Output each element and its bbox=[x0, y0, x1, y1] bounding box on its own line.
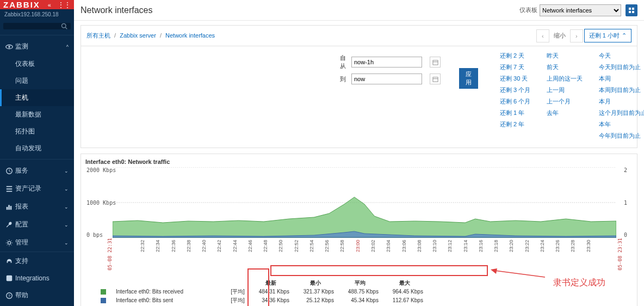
preset-link[interactable]: 还剩 7 天 bbox=[500, 63, 530, 71]
yr-tick: 2 bbox=[624, 167, 627, 173]
preset-link[interactable]: 上周的这一天 bbox=[547, 75, 583, 83]
sidebar-integrations[interactable]: Integrations bbox=[0, 270, 74, 286]
chevron-down-icon: ⌄ bbox=[64, 168, 69, 174]
calendar-icon[interactable] bbox=[430, 57, 441, 68]
sidebar-header: ZABBIX « ⋮⋮ bbox=[0, 0, 74, 9]
sidebar-cat-admin[interactable]: 管理⌄ bbox=[0, 234, 74, 252]
preset-link[interactable]: 今天到目前为止 bbox=[599, 63, 644, 71]
search-icon bbox=[61, 23, 67, 29]
sidebar-item-maps[interactable]: 拓扑图 bbox=[0, 123, 74, 140]
preset-link[interactable]: 本周 bbox=[599, 75, 644, 83]
svg-rect-15 bbox=[629, 11, 631, 13]
x-tick: 23:06 bbox=[401, 238, 417, 254]
annotation-box bbox=[270, 265, 488, 276]
x-tick: 23:14 bbox=[463, 238, 478, 254]
x-tick: 22:50 bbox=[278, 238, 293, 254]
sidebar-item-hosts[interactable]: 主机 bbox=[0, 89, 74, 106]
svg-rect-9 bbox=[7, 276, 13, 281]
apply-button[interactable]: 应用 bbox=[459, 68, 478, 89]
zoomout-button[interactable]: 缩小 bbox=[554, 32, 566, 40]
preset-link[interactable]: 上一周 bbox=[547, 86, 583, 94]
svg-line-1 bbox=[65, 27, 67, 29]
crumb-host[interactable]: Zabbix server bbox=[120, 32, 156, 39]
preset-link[interactable]: 还剩 30 天 bbox=[500, 75, 530, 83]
calendar-icon[interactable] bbox=[430, 74, 441, 84]
x-tick: 23:12 bbox=[447, 238, 462, 254]
sidebar-cat-asset[interactable]: 资产记录⌄ bbox=[0, 180, 74, 198]
x-tick: 23:08 bbox=[417, 238, 432, 254]
chevron-down-icon: ⌄ bbox=[64, 204, 69, 210]
breadcrumb-row: 所有主机 / Zabbix server / Network interface… bbox=[81, 25, 637, 46]
time-filter: 自从 到 应用 还剩 2 天还剩 7 天还剩 30 天还剩 3 个月还剩 6 个… bbox=[81, 46, 637, 148]
sidebar-cat-service[interactable]: 服务⌄ bbox=[0, 162, 74, 180]
crumb-screen[interactable]: Network interfaces bbox=[165, 32, 215, 39]
preset-link[interactable]: 前天 bbox=[547, 63, 583, 71]
preset-link[interactable]: 昨天 bbox=[547, 52, 583, 60]
sidebar-item-latest[interactable]: 最新数据 bbox=[0, 106, 74, 123]
time-range-button[interactable]: 还剩 1 小时 ⌃ bbox=[584, 29, 631, 42]
preset-link[interactable]: 今天 bbox=[599, 52, 644, 60]
date-left: 05-08 22:31 bbox=[107, 238, 113, 271]
dashboard-select[interactable]: Network interfaces bbox=[540, 4, 621, 16]
x-tick: 23:20 bbox=[509, 238, 524, 254]
preset-link[interactable]: 还剩 1 年 bbox=[500, 109, 530, 117]
crumb-allhosts[interactable]: 所有主机 bbox=[86, 32, 110, 39]
preset-link[interactable]: 这个月到目前为止 bbox=[599, 109, 644, 117]
sidebar-cat-report[interactable]: 报表⌄ bbox=[0, 198, 74, 216]
x-tick: 23:28 bbox=[570, 238, 585, 254]
menu-icon[interactable]: ⋮⋮ bbox=[58, 1, 71, 9]
graph-title: Interface eth0: Network traffic bbox=[85, 158, 633, 165]
preset-link[interactable]: 去年 bbox=[547, 109, 583, 117]
sidebar-item-discovery[interactable]: 自动发现 bbox=[0, 140, 74, 157]
page-title: Network interfaces bbox=[81, 5, 519, 15]
chevron-up-icon: ⌃ bbox=[622, 32, 627, 39]
y-tick: 1000 Kbps bbox=[86, 200, 116, 206]
graph-panel: Interface eth0: Network traffic 2000 Kbp… bbox=[81, 154, 637, 306]
x-tick: 22:46 bbox=[247, 238, 263, 254]
preset-link[interactable]: 还剩 6 个月 bbox=[500, 97, 530, 106]
preset-link[interactable]: 还剩 2 年 bbox=[500, 120, 530, 128]
x-tick: 23:02 bbox=[370, 238, 386, 254]
chevron-down-icon: ⌄ bbox=[64, 186, 69, 192]
clock-icon bbox=[5, 167, 15, 175]
nav-prev-button[interactable]: ‹ bbox=[536, 29, 549, 42]
preset-link[interactable]: 本年 bbox=[599, 120, 644, 128]
x-tick: 23:00 bbox=[355, 238, 370, 254]
x-tick: 23:30 bbox=[586, 238, 601, 254]
svg-rect-14 bbox=[632, 8, 634, 10]
fullscreen-button[interactable] bbox=[626, 4, 637, 16]
from-input[interactable] bbox=[351, 57, 422, 68]
nav-next-button[interactable]: › bbox=[570, 29, 583, 42]
preset-link[interactable]: 本周到目前为止 bbox=[599, 86, 644, 94]
x-tick: 23:18 bbox=[493, 238, 509, 254]
sidebar-cat-monitor[interactable]: 监测 ^ bbox=[0, 38, 74, 56]
sidebar-item-problems[interactable]: 问题 bbox=[0, 72, 74, 89]
breadcrumb: 所有主机 / Zabbix server / Network interface… bbox=[86, 32, 215, 40]
sidebar-help[interactable]: ?帮助 bbox=[0, 286, 74, 304]
preset-link[interactable]: 本月 bbox=[599, 97, 644, 106]
svg-rect-6 bbox=[8, 205, 10, 210]
date-right: 05-08 23:31 bbox=[617, 238, 623, 271]
collapse-icon[interactable]: « bbox=[48, 2, 50, 8]
svg-rect-7 bbox=[10, 206, 12, 210]
to-input[interactable] bbox=[351, 74, 422, 84]
preset-link[interactable]: 还剩 3 个月 bbox=[500, 86, 530, 94]
help-icon: ? bbox=[5, 292, 15, 299]
x-tick: 22:40 bbox=[201, 238, 216, 254]
search-input[interactable] bbox=[3, 23, 71, 29]
svg-rect-17 bbox=[432, 60, 437, 64]
sidebar-item-dashboard[interactable]: 仪表板 bbox=[0, 56, 74, 72]
sidebar-cat-config[interactable]: 配置⌄ bbox=[0, 216, 74, 234]
preset-link[interactable]: 今年到目前为止 bbox=[599, 132, 644, 140]
svg-rect-5 bbox=[7, 207, 8, 210]
preset-link[interactable]: 还剩 2 天 bbox=[500, 52, 530, 60]
preset-link[interactable]: 上一个月 bbox=[547, 97, 583, 106]
svg-point-0 bbox=[62, 24, 66, 28]
x-tick: 22:54 bbox=[309, 238, 324, 254]
list-icon bbox=[5, 185, 15, 193]
dashboard-label: 仪表板 bbox=[519, 6, 537, 14]
sidebar-support[interactable]: 支持 bbox=[0, 252, 74, 270]
x-tick: 23:04 bbox=[386, 238, 401, 254]
chart-icon bbox=[5, 203, 15, 211]
from-label: 自从 bbox=[340, 54, 346, 69]
